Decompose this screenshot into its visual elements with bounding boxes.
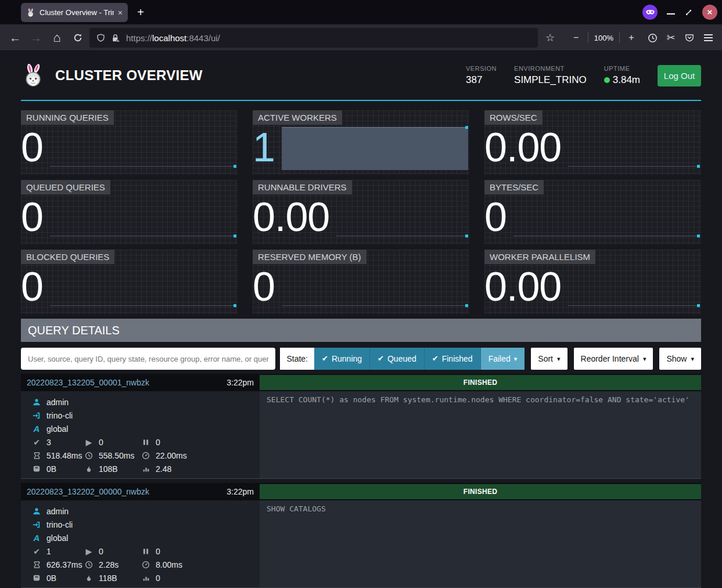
- resource-group-icon: A: [32, 424, 41, 434]
- zoom-in-button[interactable]: +: [622, 33, 641, 43]
- uptime-meta: UPTIME 3.84m: [604, 65, 640, 86]
- state-filter-queued[interactable]: ✔ Queued: [369, 348, 424, 370]
- query-row: 20220823_132202_00000_nwbzk 3:22pm FINIS…: [21, 483, 701, 588]
- shield-icon[interactable]: [96, 34, 105, 42]
- trino-page: CLUSTER OVERVIEW VERSION 387 ENVIRONMENT…: [0, 51, 722, 588]
- tab-close-icon[interactable]: ×: [118, 9, 123, 17]
- new-tab-button[interactable]: +: [132, 4, 149, 20]
- zoom-out-button[interactable]: −: [567, 33, 585, 43]
- chevron-down-icon: ▾: [514, 348, 518, 370]
- state-filter-failed-dropdown[interactable]: Failed ▾: [480, 348, 525, 370]
- query-sql-text: SHOW CATALOGS: [260, 500, 701, 588]
- stat-value: 0: [484, 196, 507, 240]
- stat-value: 1: [253, 126, 275, 170]
- environment-value: SIMPLE_TRINO: [514, 74, 587, 86]
- completed-splits: 3: [46, 438, 51, 447]
- query-info-panel: admin trino-cli Aglobal ✔1 ▶0 0 626.37ms…: [21, 500, 260, 588]
- window-close-button[interactable]: ×: [702, 5, 717, 20]
- source-signin-icon: [32, 412, 41, 420]
- queued-splits-pause-icon: [141, 548, 150, 555]
- stat-panel-active-workers: ACTIVE WORKERS 1: [253, 110, 469, 175]
- query-search-input[interactable]: [21, 348, 275, 370]
- reload-button[interactable]: [69, 24, 87, 51]
- query-id-bar: 20220823_132205_00001_nwbzk 3:22pm: [21, 374, 260, 391]
- query-id-link[interactable]: 20220823_132202_00000_nwbzk: [27, 487, 149, 496]
- current-memory-scale-icon: [32, 465, 41, 472]
- browser-tab[interactable]: Cluster Overview - Trino ×: [21, 3, 128, 22]
- bookmark-star-icon[interactable]: ☆: [541, 31, 559, 44]
- chevron-down-icon: ▾: [643, 348, 646, 370]
- running-splits-play-icon: ▶: [84, 438, 94, 447]
- stat-value: 0: [253, 265, 275, 309]
- url-bar[interactable]: https://localhost:8443/ui/: [89, 28, 538, 48]
- window-restore-button[interactable]: [684, 8, 693, 17]
- wall-time-hourglass-icon: [32, 561, 41, 569]
- query-filter-toolbar: State: ✔ Running ✔ Queued ✔ Finished Fai…: [21, 348, 701, 370]
- scheduled-time-clock-icon: [84, 561, 94, 569]
- url-text[interactable]: https://localhost:8443/ui/: [126, 33, 220, 43]
- logout-button[interactable]: Log Out: [658, 65, 701, 86]
- running-splits-play-icon: ▶: [84, 547, 94, 556]
- query-status-bar: FINISHED: [260, 483, 701, 500]
- state-filter-running[interactable]: ✔ Running: [314, 348, 369, 370]
- check-icon: ✔: [378, 348, 384, 370]
- pocket-icon[interactable]: [680, 33, 699, 42]
- query-source: trino-cli: [46, 520, 73, 529]
- back-button[interactable]: ←: [6, 24, 24, 51]
- screenshot-scissors-icon[interactable]: ✂: [662, 31, 680, 44]
- state-filter-finished[interactable]: ✔ Finished: [424, 348, 480, 370]
- cumulative-memory: 0: [156, 573, 160, 583]
- menu-hamburger-icon[interactable]: [699, 34, 717, 41]
- stat-panel-bytes-sec: BYTES/SEC 0: [484, 180, 701, 244]
- window-minimize-button[interactable]: [667, 13, 675, 15]
- peak-memory-fire-icon: [84, 574, 94, 582]
- completed-splits-check-icon: ✔: [32, 438, 41, 447]
- sparkline-chart: [50, 265, 236, 309]
- zoom-level[interactable]: 100%: [591, 34, 617, 42]
- query-user: admin: [46, 507, 69, 516]
- stat-panel-blocked-queries: BLOCKED QUERIES 0: [21, 250, 238, 314]
- query-id-link[interactable]: 20220823_132205_00001_nwbzk: [27, 378, 149, 387]
- stat-value: 0: [21, 265, 43, 309]
- sparkline-chart: [282, 265, 468, 309]
- sort-dropdown[interactable]: Sort ▾: [531, 348, 567, 370]
- reorder-interval-dropdown[interactable]: Reorder Interval ▾: [574, 348, 653, 370]
- query-sql-text: SELECT COUNT(*) as nodes FROM system.run…: [260, 391, 701, 479]
- running-splits: 0: [99, 547, 103, 556]
- query-row: 20220823_132205_00001_nwbzk 3:22pm FINIS…: [21, 374, 701, 479]
- sparkline-chart: [282, 126, 468, 170]
- resource-group-icon: A: [32, 533, 41, 543]
- sparkline-chart: [513, 196, 700, 240]
- lock-warning-icon[interactable]: [111, 34, 120, 42]
- stat-value: 0: [21, 196, 43, 240]
- version-value: 387: [466, 74, 497, 86]
- home-button[interactable]: ⌂: [48, 24, 66, 51]
- sparkline-chart: [336, 196, 468, 240]
- wall-time: 626.37ms: [46, 560, 82, 569]
- check-icon: ✔: [432, 348, 439, 370]
- stat-panel-rows-sec: ROWS/SEC 0.00: [484, 110, 701, 175]
- chevron-down-icon: ▾: [691, 348, 694, 370]
- state-filter-label: State:: [280, 348, 314, 370]
- query-source: trino-cli: [46, 411, 73, 420]
- current-memory: 0B: [46, 573, 56, 583]
- wall-time-hourglass-icon: [32, 452, 41, 460]
- source-signin-icon: [32, 521, 41, 529]
- show-dropdown[interactable]: Show ▾: [659, 348, 701, 370]
- cumulative-memory-chart-icon: [141, 465, 150, 472]
- browser-toolbar: ← → ⌂ https://localhost:8443/ui/ ☆ −: [0, 24, 722, 51]
- stat-value: 0: [21, 126, 43, 170]
- history-clock-icon[interactable]: [643, 33, 662, 43]
- stat-panel-runnable-drivers: RUNNABLE DRIVERS 0.00: [253, 180, 469, 244]
- peak-memory-fire-icon: [84, 465, 94, 473]
- stat-value: 0.00: [253, 196, 329, 240]
- state-filter-group: State: ✔ Running ✔ Queued ✔ Finished Fai…: [280, 348, 525, 370]
- tab-title: Cluster Overview - Trino: [39, 8, 114, 17]
- sparkline-chart: [568, 265, 700, 309]
- browser-tab-bar: Cluster Overview - Trino × + ×: [0, 0, 722, 24]
- current-memory-scale-icon: [32, 574, 41, 582]
- check-icon: ✔: [322, 348, 328, 370]
- cluster-stats-grid: RUNNING QUERIES 0 ACTIVE WORKERS 1 ROWS/…: [21, 110, 701, 314]
- query-user: admin: [46, 398, 69, 407]
- stat-value: 0.00: [484, 265, 561, 309]
